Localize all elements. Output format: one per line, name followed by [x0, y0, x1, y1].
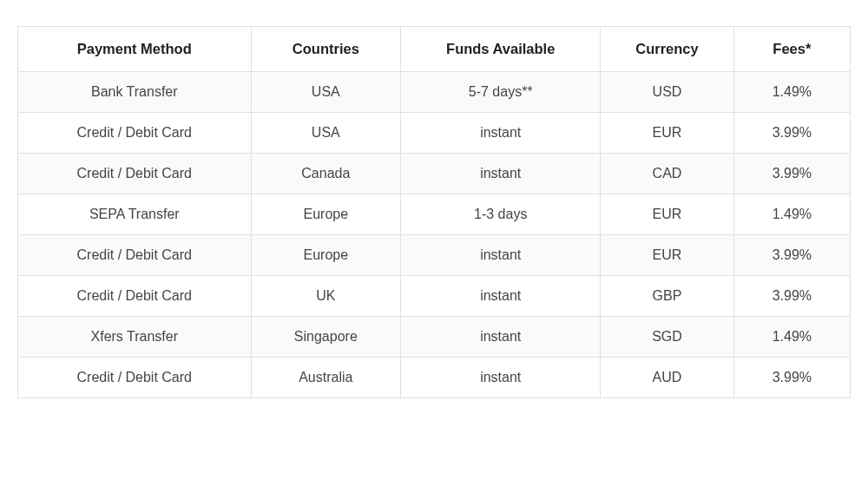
- table-row: SEPA Transfer Europe 1-3 days EUR 1.49%: [18, 194, 851, 235]
- cell-funds: instant: [401, 154, 601, 194]
- cell-currency: EUR: [601, 235, 733, 276]
- cell-payment-method: Bank Transfer: [18, 72, 252, 113]
- cell-countries: Singapore: [251, 317, 401, 358]
- cell-payment-method: Xfers Transfer: [18, 317, 252, 358]
- cell-funds: instant: [401, 235, 601, 276]
- table-header-row: Payment Method Countries Funds Available…: [18, 27, 851, 72]
- cell-fees: 1.49%: [733, 72, 850, 113]
- cell-countries: UK: [251, 276, 401, 317]
- header-countries: Countries: [251, 27, 401, 72]
- cell-funds: 1-3 days: [401, 194, 601, 235]
- cell-countries: Canada: [251, 154, 401, 194]
- header-payment-method: Payment Method: [18, 27, 252, 72]
- table-row: Credit / Debit Card Europe instant EUR 3…: [18, 235, 851, 276]
- cell-currency: CAD: [601, 154, 733, 194]
- table-row: Bank Transfer USA 5-7 days** USD 1.49%: [18, 72, 851, 113]
- cell-currency: USD: [601, 72, 733, 113]
- table-row: Credit / Debit Card USA instant EUR 3.99…: [18, 113, 851, 154]
- cell-countries: Australia: [251, 358, 401, 398]
- cell-payment-method: Credit / Debit Card: [18, 113, 252, 154]
- cell-countries: USA: [251, 113, 401, 154]
- cell-currency: EUR: [601, 194, 733, 235]
- cell-funds: instant: [401, 358, 601, 398]
- cell-fees: 1.49%: [733, 317, 850, 358]
- cell-fees: 3.99%: [733, 154, 850, 194]
- cell-fees: 3.99%: [733, 276, 850, 317]
- cell-countries: Europe: [251, 235, 401, 276]
- cell-payment-method: Credit / Debit Card: [18, 358, 252, 398]
- cell-funds: instant: [401, 276, 601, 317]
- table-row: Credit / Debit Card Australia instant AU…: [18, 358, 851, 398]
- cell-funds: instant: [401, 113, 601, 154]
- table-row: Xfers Transfer Singapore instant SGD 1.4…: [18, 317, 851, 358]
- cell-payment-method: SEPA Transfer: [18, 194, 252, 235]
- table-row: Credit / Debit Card UK instant GBP 3.99%: [18, 276, 851, 317]
- payment-methods-table: Payment Method Countries Funds Available…: [17, 26, 851, 398]
- cell-payment-method: Credit / Debit Card: [18, 276, 252, 317]
- header-funds-available: Funds Available: [401, 27, 601, 72]
- cell-currency: GBP: [601, 276, 733, 317]
- header-fees: Fees*: [733, 27, 850, 72]
- cell-countries: Europe: [251, 194, 401, 235]
- cell-fees: 3.99%: [733, 235, 850, 276]
- cell-currency: AUD: [601, 358, 733, 398]
- cell-payment-method: Credit / Debit Card: [18, 154, 252, 194]
- cell-currency: SGD: [601, 317, 733, 358]
- header-currency: Currency: [601, 27, 733, 72]
- cell-payment-method: Credit / Debit Card: [18, 235, 252, 276]
- cell-funds: instant: [401, 317, 601, 358]
- table-row: Credit / Debit Card Canada instant CAD 3…: [18, 154, 851, 194]
- cell-funds: 5-7 days**: [401, 72, 601, 113]
- cell-countries: USA: [251, 72, 401, 113]
- cell-fees: 3.99%: [733, 358, 850, 398]
- cell-fees: 1.49%: [733, 194, 850, 235]
- cell-fees: 3.99%: [733, 113, 850, 154]
- cell-currency: EUR: [601, 113, 733, 154]
